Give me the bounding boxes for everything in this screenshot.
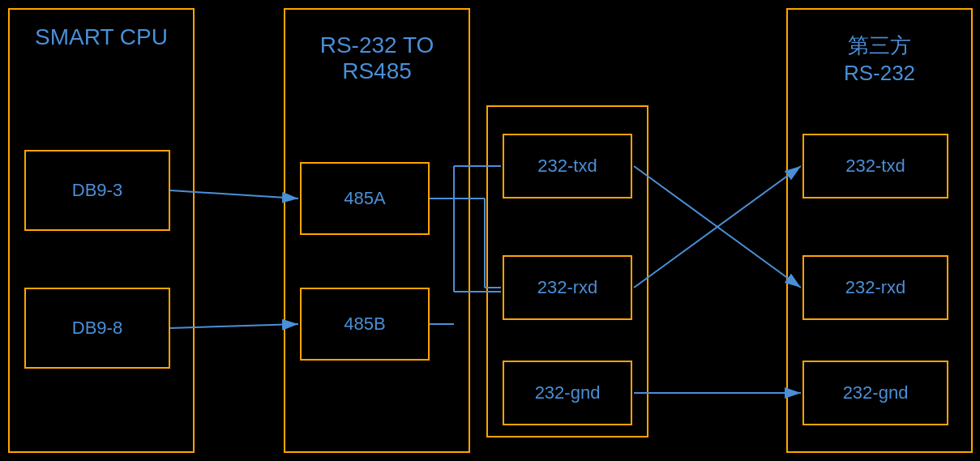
485a-box: 485A [300, 162, 430, 235]
485b-box: 485B [300, 288, 430, 361]
232-gnd-right-label: 232-gnd [843, 382, 909, 403]
232-txd-left-label: 232-txd [537, 156, 597, 177]
txd-to-rxd-cross-arrow [634, 166, 801, 288]
485b-label: 485B [344, 314, 385, 335]
232-rxd-right-box: 232-rxd [802, 255, 948, 320]
smart-cpu-label: SMART CPU [8, 24, 195, 50]
232-txd-right-label: 232-txd [845, 156, 905, 177]
232-txd-left-box: 232-txd [503, 134, 632, 198]
third-party-line1: 第三方 [848, 33, 911, 58]
db9-3-box: DB9-3 [24, 150, 170, 231]
232-rxd-right-label: 232-rxd [845, 277, 906, 298]
232-txd-right-box: 232-txd [802, 134, 948, 198]
232-rxd-left-box: 232-rxd [503, 255, 632, 320]
db9-3-label: DB9-3 [72, 180, 122, 201]
232-gnd-left-box: 232-gnd [503, 361, 632, 425]
db9-8-box: DB9-8 [24, 288, 170, 369]
third-party-line2: RS-232 [844, 61, 915, 85]
rxd-to-txd-cross-arrow [634, 166, 801, 288]
485a-label: 485A [344, 188, 385, 209]
rs232-to-rs485-label: RS-232 TO RS485 [284, 32, 470, 84]
232-gnd-right-box: 232-gnd [802, 361, 948, 425]
diagram: SMART CPU DB9-3 DB9-8 RS-232 TO RS485 48… [0, 0, 980, 461]
232-gnd-left-label: 232-gnd [535, 382, 601, 403]
232-rxd-left-label: 232-rxd [537, 277, 598, 298]
db9-8-label: DB9-8 [72, 318, 122, 339]
third-party-label: 第三方 RS-232 [786, 32, 973, 88]
